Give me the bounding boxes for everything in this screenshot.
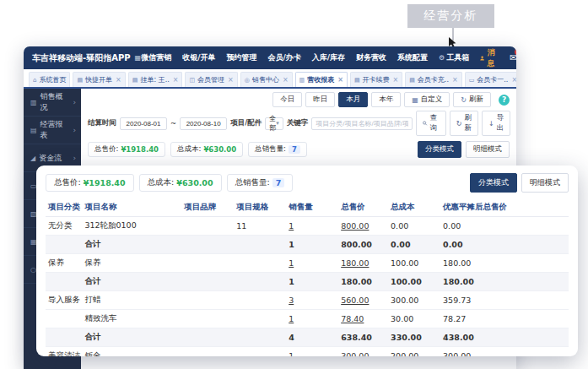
- table-cell: 180.00: [440, 254, 569, 273]
- date-from-input[interactable]: [120, 117, 167, 130]
- table-row: 美容清洁钣金1300.00200.00300.00: [46, 347, 569, 357]
- cell-link[interactable]: 180.00: [341, 258, 369, 268]
- table-cell: [181, 236, 234, 254]
- tab-icon: ▭: [469, 77, 475, 84]
- total-qty-value: 7: [289, 145, 300, 154]
- overlay-total-price-stat: 总售价: ¥1918.40: [46, 174, 134, 192]
- preset-4[interactable]: ▦自定义: [404, 92, 450, 107]
- table-cell: 打蜡: [82, 291, 181, 310]
- detail-mode-button[interactable]: 明细模式: [521, 173, 569, 193]
- cell-link[interactable]: 1: [289, 221, 294, 231]
- tab-label: 销售中心: [252, 75, 279, 84]
- cell-link[interactable]: 3: [289, 296, 294, 305]
- total-price-label: 总售价:: [54, 177, 81, 188]
- tab-0[interactable]: ⌂系统首页: [29, 72, 70, 87]
- close-icon[interactable]: ×: [283, 76, 289, 84]
- tab-6[interactable]: ▤开卡续费×: [350, 72, 402, 87]
- table-cell: 保养: [82, 254, 181, 273]
- table-cell: 800.00: [338, 217, 388, 236]
- person-icon: [480, 55, 484, 62]
- table-cell: 1: [286, 273, 338, 291]
- sidebar-item-0[interactable]: ▥销售概况›: [24, 89, 81, 117]
- overlay-total-cost-stat: 总成本: ¥630.00: [139, 174, 222, 192]
- menu-item-1[interactable]: 收银/开单: [182, 52, 215, 63]
- table-cell: 180.00: [338, 254, 388, 273]
- table-cell: [234, 254, 286, 273]
- search-button[interactable]: 查询: [416, 111, 446, 136]
- close-icon[interactable]: ×: [393, 76, 399, 84]
- sidebar-item-label: 销售概况: [40, 91, 70, 113]
- summary-row: 总售价: ¥1918.40 总成本: ¥630.00 总销售量: 7 分类模式 …: [88, 141, 510, 158]
- app-title: 车吉祥移动端-驿阳指APP: [32, 52, 131, 64]
- preset-2[interactable]: 本月: [338, 92, 368, 107]
- tab-7[interactable]: ▤会员卡充..×: [405, 72, 461, 87]
- preset-1[interactable]: 昨日: [305, 92, 335, 107]
- close-icon[interactable]: ×: [511, 76, 516, 84]
- table-cell: 合计: [82, 328, 181, 347]
- export-button[interactable]: ↓ 导出: [482, 111, 510, 136]
- tab-3[interactable]: ◫会员管理×: [185, 72, 237, 87]
- menu-item-0[interactable]: 微信营销: [141, 52, 171, 63]
- close-icon[interactable]: ×: [337, 76, 343, 84]
- sidebar-item-icon: ○: [30, 266, 36, 274]
- table-cell: 78.40: [338, 310, 388, 328]
- project-select[interactable]: 全部 ▾: [265, 117, 283, 130]
- menu-item-6[interactable]: 系统配置: [397, 52, 428, 63]
- category-mode-button[interactable]: 分类模式: [470, 173, 517, 193]
- table-cell: 3: [286, 291, 338, 310]
- mail-button[interactable]: ✉ 9: [510, 52, 516, 63]
- table-cell: [46, 328, 82, 347]
- close-icon[interactable]: ×: [173, 76, 179, 84]
- tab-1[interactable]: ▤快捷开单×: [73, 72, 125, 87]
- preset-label: 自定义: [421, 95, 443, 105]
- table-cell: 78.27: [440, 310, 569, 328]
- menu-item-7[interactable]: ⚙工具箱: [439, 52, 469, 63]
- cell-link[interactable]: 1: [289, 314, 294, 323]
- close-icon[interactable]: ×: [116, 76, 121, 84]
- keyword-input[interactable]: [311, 117, 413, 130]
- preset-3[interactable]: 本年: [371, 92, 401, 107]
- tab-label: 系统首页: [39, 75, 66, 84]
- detail-mode-button[interactable]: 明细模式: [466, 141, 510, 158]
- preset-label: 昨日: [313, 95, 327, 105]
- table-cell: [181, 217, 234, 236]
- menu-item-2[interactable]: 预约管理: [226, 52, 256, 63]
- table-row: 保养保养1180.00100.00180.00: [46, 254, 569, 273]
- table-cell: 保养: [46, 254, 82, 273]
- table-cell: [46, 273, 82, 291]
- column-header: 总成本: [388, 198, 440, 217]
- table-cell: 美容清洁: [46, 347, 82, 357]
- category-mode-button[interactable]: 分类模式: [418, 141, 461, 158]
- table-cell: 330.00: [388, 328, 440, 347]
- preset-0[interactable]: 今日: [272, 92, 302, 107]
- preset-5[interactable]: ↻刷新: [453, 92, 491, 107]
- refresh-button[interactable]: ↻ 刷新: [450, 111, 478, 136]
- tab-icon: ◎: [245, 77, 250, 84]
- menu-item-5[interactable]: 财务营收: [356, 52, 386, 63]
- cell-link[interactable]: 78.40: [341, 314, 364, 323]
- cell-link[interactable]: 1: [289, 351, 294, 356]
- menu-item-message[interactable]: 消息: [480, 47, 497, 69]
- menu-item-4[interactable]: 入库/库存: [312, 52, 345, 63]
- close-icon[interactable]: ×: [452, 76, 458, 84]
- close-icon[interactable]: ×: [228, 76, 234, 84]
- cell-link[interactable]: 1: [289, 258, 294, 268]
- menu-item-3[interactable]: 会员/办卡: [267, 52, 300, 63]
- cell-link[interactable]: 300.00: [341, 351, 369, 356]
- cell-link[interactable]: 800.00: [341, 221, 369, 231]
- help-button[interactable]: ?: [499, 95, 510, 106]
- table-cell: 180.00: [440, 273, 569, 291]
- top-menu: 微信营销收银/开单预约管理会员/办卡入库/库存财务营收系统配置⚙工具箱 消息 ✉…: [141, 47, 516, 69]
- tab-8[interactable]: ▭会员卡一..×: [465, 72, 516, 87]
- date-to-input[interactable]: [180, 117, 227, 130]
- chevron-right-icon: ›: [73, 98, 76, 106]
- tab-2[interactable]: ▤挂单: 王..×: [128, 72, 183, 87]
- chevron-right-icon: ›: [73, 126, 76, 134]
- zoom-preview-card: 总售价: ¥1918.40 总成本: ¥630.00 总销售量: 7 分类模式 …: [36, 166, 578, 356]
- total-cost-value: ¥630.00: [203, 145, 236, 154]
- tab-5[interactable]: ▥营收报表×: [295, 72, 348, 87]
- tab-4[interactable]: ◎销售中心×: [240, 72, 293, 87]
- table-cell: [234, 273, 286, 291]
- cell-link[interactable]: 560.00: [341, 296, 369, 305]
- sidebar-item-1[interactable]: ▤经营报表›: [24, 117, 81, 144]
